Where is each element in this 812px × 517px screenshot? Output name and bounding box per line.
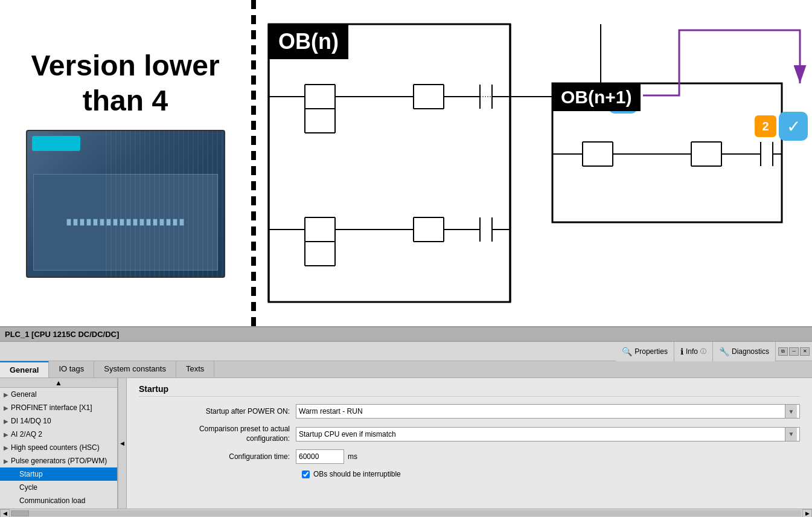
info-icon: ℹ (680, 347, 683, 356)
arrow-icon-hsc: ▶ (4, 445, 8, 451)
config-time-input[interactable] (296, 449, 344, 464)
obs-interruptible-checkbox[interactable] (302, 470, 310, 478)
ob-next-label: OB(n+1) (552, 83, 641, 111)
sidebar-label-general: General (11, 390, 37, 399)
sidebar-container: ▲ ▶ General ▶ PROFINET interface [X1] ▶ … (0, 378, 127, 509)
win-btn-2[interactable]: ─ (789, 347, 799, 356)
sidebar-label-startup: Startup (19, 470, 43, 478)
sidebar-item-cycle[interactable]: Cycle (0, 481, 117, 494)
config-time-label: Configuration time: (139, 452, 296, 461)
comparison-preset-value: Startup CPU even if mismatch (299, 430, 396, 438)
properties-icon: 🔍 (622, 347, 632, 356)
v-sep-line (251, 0, 256, 326)
plc-image (26, 130, 225, 278)
plc-port (153, 219, 158, 226)
comparison-label-line1: Comparison preset to actual (199, 425, 290, 433)
panel-title: PLC_1 [CPU 1215C DC/DC/DC] (5, 330, 119, 339)
dropdown-arrow-2[interactable]: ▼ (785, 428, 797, 441)
sidebar-item-pto[interactable]: ▶ Pulse generators (PTO/PWM) (0, 454, 117, 467)
badge-2-check: ✓ (779, 112, 808, 141)
info-btn[interactable]: ℹ Info ⓘ (674, 342, 713, 361)
panel-toolbar: 🔍 Properties ℹ Info ⓘ 🔧 Diagnostics ⧉ ─ … (0, 342, 812, 361)
plc-port (86, 219, 91, 226)
plc-inner (33, 174, 218, 271)
ladder-diagram-svg (257, 0, 812, 308)
arrow-icon-ai: ▶ (4, 431, 8, 438)
config-time-row: Configuration time: ms (139, 449, 800, 464)
arrow-icon-pto: ▶ (4, 458, 8, 464)
sidebar-label-cycle: Cycle (19, 483, 37, 492)
diagnostics-btn[interactable]: 🔧 Diagnostics (713, 342, 776, 361)
arrow-icon-di: ▶ (4, 418, 8, 425)
sidebar-label-profinet: PROFINET interface [X1] (11, 403, 92, 412)
arrow-icon-profinet: ▶ (4, 405, 8, 411)
plc-port (120, 219, 124, 226)
bottom-panel: PLC_1 [CPU 1215C DC/DC/DC] 🔍 Properties … (0, 326, 812, 517)
bottom-scrollbar: ◀ ▶ (0, 509, 812, 517)
badge-2-number: 2 (762, 120, 769, 133)
sidebar-item-di[interactable]: ▶ DI 14/DQ 10 (0, 414, 117, 428)
scroll-track-h[interactable] (11, 510, 801, 516)
tab-io-tags[interactable]: IO tags (49, 361, 94, 377)
win-btn-3[interactable]: ✕ (800, 347, 810, 356)
tab-general[interactable]: General (0, 361, 49, 377)
scroll-up-btn[interactable]: ▲ (0, 378, 117, 388)
plc-port (146, 219, 151, 226)
config-time-input-row: ms (296, 449, 357, 464)
scroll-right-btn[interactable]: ▶ (802, 509, 812, 518)
diagnostics-label: Diagnostics (732, 347, 769, 356)
ladder-area: OB(n) (257, 0, 812, 326)
sidebar-item-startup[interactable]: Startup (0, 467, 117, 481)
tab-texts-label: Texts (186, 364, 204, 373)
sidebar-label-hsc: High speed counters (HSC) (11, 443, 100, 452)
version-line2: than 4 (83, 85, 168, 117)
win-btn-1[interactable]: ⧉ (778, 347, 788, 356)
left-panel: Version lower than 4 (0, 0, 251, 326)
sidebar-label-ai: AI 2/AQ 2 (11, 430, 42, 438)
startup-power-on-value: Warm restart - RUN (299, 407, 363, 416)
tab-system-constants[interactable]: System constants (94, 361, 176, 377)
plc-port (159, 219, 164, 226)
diagram-area: Version lower than 4 (0, 0, 812, 326)
diagnostics-icon: 🔧 (719, 347, 729, 356)
checkbox-row: OBs should be interruptible (302, 470, 800, 478)
sidebar-item-general[interactable]: ▶ General (0, 388, 117, 401)
plc-port (80, 219, 85, 226)
properties-label: Properties (635, 347, 668, 356)
plc-port (166, 219, 171, 226)
scroll-left-btn[interactable]: ◀ (0, 509, 10, 518)
ob-next-text: OB(n+1) (561, 87, 632, 107)
plc-ports (63, 216, 187, 229)
section-title: Startup (139, 384, 800, 397)
comparison-label-line2: configuration: (246, 434, 290, 443)
props-area: Startup Startup after POWER ON: Warm res… (127, 378, 812, 509)
sidebar-label-comm-load: Communication load (19, 496, 85, 505)
tab-system-constants-label: System constants (104, 364, 166, 373)
plc-port (100, 219, 104, 226)
dropdown-arrow-1[interactable]: ▼ (785, 405, 797, 418)
plc-port (179, 219, 184, 226)
sidebar-label-pto: Pulse generators (PTO/PWM) (11, 457, 107, 465)
tab-texts[interactable]: Texts (176, 361, 214, 377)
sidebar-item-hsc[interactable]: ▶ High speed counters (HSC) (0, 441, 117, 454)
info-badge: ⓘ (700, 347, 706, 356)
comparison-preset-select[interactable]: Startup CPU even if mismatch ▼ (296, 427, 800, 442)
plc-port (106, 219, 111, 226)
plc-port (113, 219, 118, 226)
sidebar-item-comm-load[interactable]: Communication load (0, 494, 117, 507)
panel-title-bar: PLC_1 [CPU 1215C DC/DC/DC] (0, 327, 812, 342)
sidebar-item-profinet[interactable]: ▶ PROFINET interface [X1] (0, 401, 117, 414)
version-line1: Version lower (31, 50, 219, 82)
panel-content: ▲ ▶ General ▶ PROFINET interface [X1] ▶ … (0, 378, 812, 509)
sidebar-expand-btn[interactable]: ◀ (118, 378, 126, 509)
tabs-bar: General IO tags System constants Texts (0, 361, 812, 378)
properties-btn[interactable]: 🔍 Properties (616, 342, 674, 361)
plc-port (133, 219, 138, 226)
comparison-preset-label: Comparison preset to actual configuratio… (139, 425, 296, 443)
scroll-thumb-h (11, 510, 29, 516)
badge-2-orange: 2 (755, 115, 776, 137)
startup-power-on-select[interactable]: Warm restart - RUN ▼ (296, 404, 800, 419)
plc-port (66, 219, 71, 226)
startup-power-on-row: Startup after POWER ON: Warm restart - R… (139, 404, 800, 419)
sidebar-item-ai[interactable]: ▶ AI 2/AQ 2 (0, 428, 117, 441)
